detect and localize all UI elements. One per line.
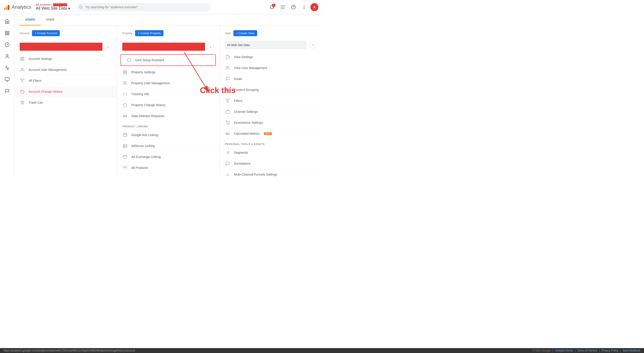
svg-marker-68 bbox=[226, 99, 230, 102]
menu-item-account-user-management[interactable]: Account User Management bbox=[14, 64, 117, 75]
menu-item-trash-can-label: Trash Can bbox=[28, 101, 43, 104]
menu-item-property-change-history[interactable]: Property Change History bbox=[117, 100, 219, 111]
tab-admin[interactable]: ADMIN bbox=[20, 14, 40, 25]
menu-item-content-grouping[interactable]: Content Grouping bbox=[220, 84, 322, 95]
menu-item-calculated-metrics-label: Calculated Metrics bbox=[234, 132, 260, 135]
menu-item-annotations[interactable]: Annotations bbox=[220, 158, 322, 169]
account-selector[interactable]: All accounts > ████████ All Web Site Dat… bbox=[36, 3, 70, 11]
notifications-button[interactable]: 1 bbox=[268, 3, 276, 12]
view-col-header: View + Create View bbox=[220, 30, 322, 39]
filters-icon bbox=[225, 98, 230, 103]
all-accounts-label: All accounts > ████████ bbox=[36, 3, 70, 6]
menu-item-segments[interactable]: Segments bbox=[220, 147, 322, 158]
menu-item-goals[interactable]: Goals bbox=[220, 73, 322, 84]
property-select-row: ▾ › bbox=[117, 41, 219, 53]
menu-item-multi-channel-funnels[interactable]: Multi-Channel Funnels Settings bbox=[220, 169, 322, 176]
sidebar-behavior[interactable] bbox=[2, 74, 12, 85]
sidebar-dashboard[interactable] bbox=[2, 28, 12, 38]
site-name: All Web Site Data ▾ bbox=[36, 6, 70, 11]
property-change-history-icon bbox=[122, 102, 128, 108]
menu-item-account-user-mgmt-label: Account User Management bbox=[28, 68, 67, 71]
help-button[interactable] bbox=[289, 3, 298, 12]
menu-item-google-ads[interactable]: Google Ads Linking bbox=[117, 130, 219, 141]
menu-item-filters[interactable]: Filters bbox=[220, 95, 322, 106]
analytics-logo-icon bbox=[4, 4, 10, 10]
menu-item-segments-label: Segments bbox=[234, 151, 248, 154]
menu-item-ga4-setup-label: GA4 Setup Assistant bbox=[135, 58, 164, 62]
menu-item-ecommerce-settings[interactable]: Ecommerce Settings bbox=[220, 117, 322, 128]
view-nav-arrow[interactable]: › bbox=[310, 41, 317, 48]
menu-item-channel-settings-label: Channel Settings bbox=[234, 110, 258, 113]
ga4-setup-box[interactable]: GA4 Setup Assistant bbox=[120, 54, 216, 66]
annotations-icon bbox=[225, 161, 230, 166]
menu-item-channel-settings[interactable]: Channel Settings bbox=[220, 106, 322, 117]
apps-button[interactable] bbox=[278, 3, 287, 12]
account-column: Account + Create Account ▾ › Account Set… bbox=[14, 26, 117, 176]
search-icon bbox=[79, 5, 83, 9]
menu-item-property-settings[interactable]: Property Settings bbox=[117, 67, 219, 78]
menu-item-account-settings[interactable]: Account Settings bbox=[14, 53, 117, 64]
tab-user[interactable]: USER bbox=[40, 14, 60, 25]
menu-item-account-change-history[interactable]: Account Change History bbox=[14, 86, 117, 97]
sidebar-home[interactable] bbox=[2, 16, 12, 27]
menu-item-ad-exchange-label: Ad Exchange Linking bbox=[131, 155, 161, 159]
property-nav-arrow[interactable]: › bbox=[207, 43, 214, 50]
sidebar-conversions[interactable] bbox=[2, 86, 12, 96]
menu-item-adsense[interactable]: AdSense Linking bbox=[117, 141, 219, 151]
calculated-metrics-icon: Dd bbox=[225, 131, 230, 136]
create-view-button[interactable]: + Create View bbox=[234, 30, 257, 36]
menu-item-all-products[interactable]: All Products bbox=[117, 162, 219, 173]
menu-item-property-user-management[interactable]: Property User Management bbox=[117, 78, 219, 89]
svg-rect-32 bbox=[21, 57, 22, 58]
personal-tools-section-header: PERSONAL TOOLS & ASSETS bbox=[220, 139, 322, 147]
create-account-button[interactable]: + Create Account bbox=[32, 30, 60, 36]
create-property-button[interactable]: + Create Property bbox=[135, 30, 164, 36]
svg-point-9 bbox=[282, 7, 283, 7]
search-input[interactable] bbox=[76, 3, 211, 11]
svg-rect-40 bbox=[126, 71, 127, 72]
property-select-wrapper: ▾ bbox=[122, 43, 205, 51]
svg-point-43 bbox=[124, 81, 125, 83]
menu-item-ecommerce-settings-label: Ecommerce Settings bbox=[234, 121, 263, 124]
postbacks-icon bbox=[122, 176, 128, 176]
ga4-setup-icon bbox=[126, 57, 132, 63]
svg-point-6 bbox=[282, 5, 283, 6]
dropdown-icon: ▾ bbox=[68, 6, 70, 11]
menu-item-calculated-metrics[interactable]: Dd Calculated Metrics BETA bbox=[220, 128, 322, 139]
logo-area: Analytics bbox=[4, 4, 31, 10]
sidebar-acquisition[interactable] bbox=[2, 62, 12, 73]
menu-item-data-deletion[interactable]: Dd Data Deletion Requests bbox=[117, 111, 219, 122]
all-products-icon bbox=[122, 165, 128, 170]
svg-rect-48 bbox=[123, 144, 127, 148]
account-user-mgmt-icon bbox=[20, 67, 25, 72]
menu-item-postbacks[interactable]: Postbacks bbox=[117, 173, 219, 176]
svg-point-36 bbox=[21, 68, 22, 70]
sidebar-users[interactable] bbox=[2, 51, 12, 62]
property-select-box[interactable] bbox=[122, 43, 205, 51]
menu-item-multi-channel-funnels-label: Multi-Channel Funnels Settings bbox=[234, 173, 278, 176]
menu-item-trash-can[interactable]: Trash Can bbox=[14, 97, 117, 108]
svg-point-57 bbox=[124, 167, 124, 168]
svg-rect-42 bbox=[126, 73, 127, 74]
account-select-box[interactable] bbox=[20, 43, 102, 51]
view-select-row: All Web Site Data › bbox=[220, 41, 322, 52]
svg-rect-41 bbox=[124, 73, 125, 74]
property-col-title: Property bbox=[122, 32, 132, 35]
menu-item-ad-exchange[interactable]: Ad Exchange Linking bbox=[117, 151, 219, 162]
user-avatar[interactable]: A bbox=[310, 3, 318, 11]
view-settings-icon bbox=[225, 54, 230, 60]
view-select-value: All Web Site Data bbox=[227, 43, 250, 47]
account-nav-arrow[interactable]: › bbox=[104, 43, 111, 50]
menu-item-tracking-info[interactable]: Tracking Info bbox=[117, 89, 219, 100]
svg-rect-52 bbox=[123, 155, 127, 158]
menu-item-all-filters[interactable]: All Filters bbox=[14, 75, 117, 86]
svg-rect-19 bbox=[5, 31, 6, 33]
account-select-wrapper: ▾ bbox=[20, 43, 102, 51]
menu-item-view-settings[interactable]: View Settings bbox=[220, 52, 322, 62]
menu-item-ga4-setup[interactable]: GA4 Setup Assistant bbox=[121, 55, 215, 65]
sidebar-reports[interactable] bbox=[2, 39, 12, 50]
menu-item-view-user-management[interactable]: View User Management bbox=[220, 62, 322, 73]
more-button[interactable] bbox=[300, 3, 308, 12]
svg-rect-25 bbox=[5, 78, 9, 81]
view-select-box[interactable]: All Web Site Data bbox=[225, 41, 306, 49]
